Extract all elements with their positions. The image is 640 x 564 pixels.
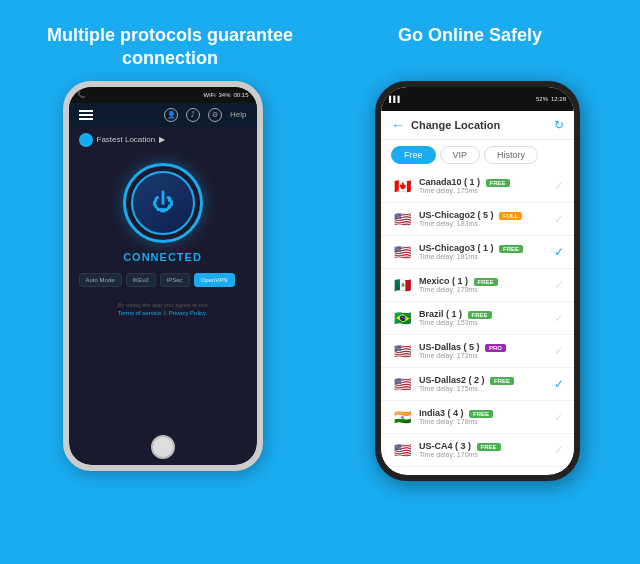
status-right: WiFi 34% 00:15 (203, 92, 248, 98)
server-check-6: ✓ (554, 377, 564, 391)
phones-section: 📞 WiFi 34% 00:15 👤 (0, 71, 640, 564)
server-name-1: US-Chicago2 ( 5 ) FULL (419, 210, 548, 220)
hamburger-icon[interactable] (79, 110, 93, 120)
refresh-icon[interactable]: ↻ (554, 118, 564, 132)
server-delay-7: Time delay: 178ms (419, 418, 548, 425)
server-tag-8: FREE (477, 443, 501, 451)
terms-text: By using the app you agree to our Terms … (69, 301, 257, 318)
connected-label: CONNECTED (123, 251, 202, 263)
phone-right-body: ▌▌▌ 52% 12:28 ← Change Location ↻ Free V… (375, 81, 580, 481)
tabs-row: Free VIP History (381, 140, 574, 170)
nav-bar-left: 👤 ⤴ ⚙ Help (69, 103, 257, 127)
server-name-0: Canada10 ( 1 ) FREE (419, 177, 548, 187)
server-delay-6: Time delay: 175ms (419, 385, 548, 392)
server-item[interactable]: 🇺🇸 US-Dallas2 ( 2 ) FREE Time delay: 175… (381, 368, 574, 401)
phone-left-body: 📞 WiFi 34% 00:15 👤 (63, 81, 263, 471)
server-tag-3: FREE (474, 278, 498, 286)
help-label[interactable]: Help (230, 110, 246, 119)
profile-icon[interactable]: 👤 (164, 108, 178, 122)
server-flag-4: 🇧🇷 (391, 307, 413, 329)
notch-area: ▌▌▌ 52% 12:28 (381, 87, 574, 111)
tab-free[interactable]: Free (391, 146, 436, 164)
protocol-ipsec[interactable]: IPSec (160, 273, 190, 287)
server-tag-4: FREE (468, 311, 492, 319)
server-item[interactable]: 🇺🇸 US-Dallas ( 5 ) PRO Time delay: 172ms… (381, 335, 574, 368)
server-name-2: US-Chicago3 ( 1 ) FREE (419, 243, 548, 253)
server-item[interactable]: 🇺🇸 US-Chicago3 ( 1 ) FREE Time delay: 18… (381, 236, 574, 269)
location-bar[interactable]: 🌐 Fastest Location ▶ (69, 127, 257, 153)
server-name-6: US-Dallas2 ( 2 ) FREE (419, 375, 548, 385)
location-flag: 🌐 (79, 133, 93, 147)
server-list: 🇨🇦 Canada10 ( 1 ) FREE Time delay: 175ms… (381, 170, 574, 467)
server-info-6: US-Dallas2 ( 2 ) FREE Time delay: 175ms (419, 375, 548, 392)
server-name-7: India3 ( 4 ) FREE (419, 408, 548, 418)
server-item[interactable]: 🇨🇦 Canada10 ( 1 ) FREE Time delay: 175ms… (381, 170, 574, 203)
server-uncheck-8: ✓ (554, 443, 564, 457)
server-delay-1: Time delay: 183ms (419, 220, 548, 227)
server-flag-0: 🇨🇦 (391, 175, 413, 197)
protocol-ikev2[interactable]: IKEv2 (126, 273, 156, 287)
server-uncheck-0: ✓ (554, 179, 564, 193)
location-text: Fastest Location (97, 135, 156, 144)
change-location-header: ← Change Location ↻ (381, 111, 574, 140)
server-name-3: Mexico ( 1 ) FREE (419, 276, 548, 286)
change-location-title: Change Location (411, 119, 554, 131)
power-btn-area: ⏻ CONNECTED (69, 163, 257, 263)
server-flag-5: 🇺🇸 (391, 340, 413, 362)
server-item[interactable]: 🇲🇽 Mexico ( 1 ) FREE Time delay: 179ms ✓ (381, 269, 574, 302)
server-info-4: Brazil ( 1 ) FREE Time delay: 153ms (419, 309, 548, 326)
server-uncheck-4: ✓ (554, 311, 564, 325)
server-delay-5: Time delay: 172ms (419, 352, 548, 359)
server-flag-3: 🇲🇽 (391, 274, 413, 296)
server-delay-0: Time delay: 175ms (419, 187, 548, 194)
share-icon[interactable]: ⤴ (186, 108, 200, 122)
server-item[interactable]: 🇧🇷 Brazil ( 1 ) FREE Time delay: 153ms ✓ (381, 302, 574, 335)
signal-icons: ▌▌▌ (389, 96, 402, 102)
server-info-0: Canada10 ( 1 ) FREE Time delay: 175ms (419, 177, 548, 194)
server-info-7: India3 ( 4 ) FREE Time delay: 178ms (419, 408, 548, 425)
location-arrow: ▶ (159, 135, 165, 144)
server-item[interactable]: 🇺🇸 US-CA4 ( 3 ) FREE Time delay: 170ms ✓ (381, 434, 574, 467)
server-info-5: US-Dallas ( 5 ) PRO Time delay: 172ms (419, 342, 548, 359)
server-tag-7: FREE (469, 410, 493, 418)
phone-left-screen: 📞 WiFi 34% 00:15 👤 (69, 87, 257, 465)
tab-vip[interactable]: VIP (440, 146, 481, 164)
server-delay-2: Time delay: 181ms (419, 253, 548, 260)
power-ring-inner[interactable]: ⏻ (131, 171, 195, 235)
protocol-auto-mode[interactable]: Auto Mode (79, 273, 122, 287)
server-info-3: Mexico ( 1 ) FREE Time delay: 179ms (419, 276, 548, 293)
server-item[interactable]: 🇮🇳 India3 ( 4 ) FREE Time delay: 178ms ✓ (381, 401, 574, 434)
phone-icon: 📞 (77, 91, 86, 99)
back-arrow[interactable]: ← (391, 117, 405, 133)
settings-icon[interactable]: ⚙ (208, 108, 222, 122)
tab-history[interactable]: History (484, 146, 538, 164)
top-section: Multiple protocols guarantee connection … (0, 0, 640, 71)
privacy-link[interactable]: Privacy Policy. (169, 310, 208, 316)
home-button-left[interactable] (151, 435, 175, 459)
server-flag-2: 🇺🇸 (391, 241, 413, 263)
server-tag-6: FREE (490, 377, 514, 385)
server-info-1: US-Chicago2 ( 5 ) FULL Time delay: 183ms (419, 210, 548, 227)
time-text: 12:28 (551, 96, 566, 102)
server-tag-5: PRO (485, 344, 506, 352)
server-name-8: US-CA4 ( 3 ) FREE (419, 441, 548, 451)
server-uncheck-5: ✓ (554, 344, 564, 358)
server-item[interactable]: 🇺🇸 US-Chicago2 ( 5 ) FULL Time delay: 18… (381, 203, 574, 236)
nav-icons-right: 👤 ⤴ ⚙ Help (164, 108, 246, 122)
server-flag-1: 🇺🇸 (391, 208, 413, 230)
status-right-phone: 52% 12:28 (536, 96, 566, 102)
server-info-2: US-Chicago3 ( 1 ) FREE Time delay: 181ms (419, 243, 548, 260)
server-delay-8: Time delay: 170ms (419, 451, 548, 458)
server-name-4: Brazil ( 1 ) FREE (419, 309, 548, 319)
battery-text: 52% (536, 96, 548, 102)
server-info-8: US-CA4 ( 3 ) FREE Time delay: 170ms (419, 441, 548, 458)
protocol-openvpn[interactable]: OpenVPN (194, 273, 235, 287)
terms-link[interactable]: Terms of service (118, 310, 162, 316)
server-tag-1: FULL (499, 212, 522, 220)
server-tag-2: FREE (499, 245, 523, 253)
power-icon[interactable]: ⏻ (152, 190, 174, 216)
power-ring-outer[interactable]: ⏻ (123, 163, 203, 243)
server-uncheck-1: ✓ (554, 212, 564, 226)
server-uncheck-3: ✓ (554, 278, 564, 292)
server-delay-4: Time delay: 153ms (419, 319, 548, 326)
